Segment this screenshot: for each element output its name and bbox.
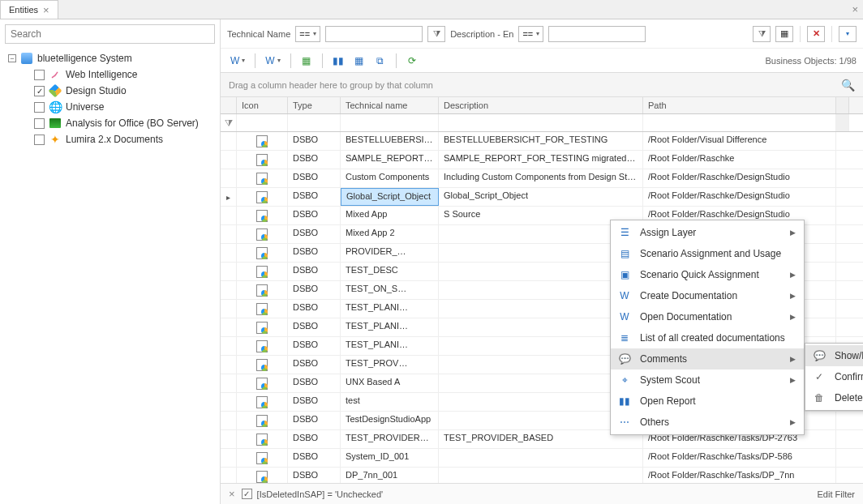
doc-icon — [256, 340, 268, 352]
cell-type: DSBO — [288, 468, 341, 483]
tree-item-label: Design Studio — [66, 85, 127, 96]
group-by-bar[interactable]: Drag a column header here to group by th… — [221, 73, 863, 97]
menu-item[interactable]: ☰ Assign Layer ▶ — [611, 222, 804, 243]
cell-desc: Global_Script_Object — [439, 188, 643, 206]
col-tech[interactable]: Technical name — [341, 97, 439, 113]
context-menu: ☰ Assign Layer ▶▤ Scenario Assignment an… — [610, 220, 805, 435]
status-checkbox[interactable]: ✓ — [242, 489, 252, 499]
cell-tech: PROVIDER_… — [341, 244, 439, 262]
checkbox[interactable] — [34, 118, 45, 129]
table-row[interactable]: DSBO DP_7nn_001 /Root Folder/Raschke/Tas… — [221, 468, 863, 483]
word-open-button[interactable]: W▾ — [262, 52, 283, 70]
cell-tech: Mixed App 2 — [341, 225, 439, 243]
menu-item[interactable]: ▮▮ Open Report — [611, 391, 804, 412]
cell-type: DSBO — [288, 151, 341, 169]
dots-icon: ⋯ — [617, 415, 632, 429]
col-expand[interactable] — [221, 97, 237, 113]
tab-entities[interactable]: Entities × — [0, 0, 58, 19]
cell-type: DSBO — [288, 449, 341, 467]
tree-item-label: Web Intelligence — [66, 69, 138, 80]
menu-item[interactable]: ▤ Scenario Assignment and Usage — [611, 243, 804, 264]
sidebar-item[interactable]: ✓ Design Studio — [5, 83, 215, 99]
tree-item-icon: 🌐 — [49, 100, 62, 113]
row-indicator-icon: ▸ — [226, 193, 230, 202]
menu-item[interactable]: ⋯ Others ▶ — [611, 412, 804, 433]
menu-item[interactable]: ⌖ System Scout ▶ — [611, 369, 804, 391]
layout-button[interactable]: ▦ — [775, 26, 793, 42]
edit-filter-link[interactable]: Edit Filter — [818, 489, 855, 499]
funnel-icon[interactable]: ⧩ — [427, 26, 445, 42]
menu-item[interactable]: W Create Documentation ▶ — [611, 285, 804, 306]
filter-icon[interactable]: ⧩ — [221, 114, 237, 131]
tree: − bluetelligence System ⟋ Web Intelligen… — [5, 50, 215, 147]
cell-type: DSBO — [288, 430, 341, 448]
toolbar: W▾ W▾ ▦ ▮▮ ▦ ⧉ ⟳ Business Objects: 1/98 — [221, 49, 863, 73]
checkbox[interactable] — [34, 135, 45, 145]
copy-button[interactable]: ⧉ — [371, 52, 389, 70]
sidebar-item[interactable]: ⟋ Web Intelligence — [5, 66, 215, 83]
col-type[interactable]: Type — [288, 97, 341, 113]
doc-icon — [256, 135, 268, 147]
word-export-button[interactable]: W▾ — [227, 52, 248, 70]
table-row[interactable]: DSBO System_ID_001 /Root Folder/Raschke/… — [221, 449, 863, 468]
clear-filter-button[interactable]: ✕ — [807, 26, 825, 42]
chevron-right-icon: ▶ — [774, 229, 796, 237]
table-row[interactable]: ▸ DSBO Global_Script_Object Global_Scrip… — [221, 188, 863, 207]
tree-item-icon: ✦ — [49, 133, 62, 146]
table-row[interactable]: DSBO BESTELLUEBERSICHT… BESTELLUEBERSICH… — [221, 132, 863, 151]
sidebar-item[interactable]: ✦ Lumira 2.x Documents — [5, 131, 215, 147]
close-icon[interactable]: × — [43, 4, 49, 16]
status-close-icon[interactable]: × — [229, 488, 235, 500]
cell-tech: TEST_PLANI… — [341, 300, 439, 318]
filter-tech-input[interactable] — [325, 26, 423, 42]
cell-tech: BESTELLUEBERSICHT… — [341, 132, 439, 150]
doc-icon — [256, 210, 268, 222]
menu-item[interactable]: W Open Documentation ▶ — [611, 306, 804, 327]
search-icon[interactable]: 🔍 — [841, 79, 855, 92]
table-row[interactable]: DSBO SAMPLE_REPORT_FO… SAMPLE_REPORT_FOR… — [221, 151, 863, 169]
filter-tech-op[interactable]: ==▾ — [295, 26, 320, 42]
submenu-item[interactable]: 💬 Show/Edit Comment — [805, 345, 863, 366]
more-button[interactable]: ▾ — [839, 26, 857, 42]
sidebar-item[interactable]: Analysis for Office (BO Server) — [5, 115, 215, 131]
filter-button[interactable]: ⧩ — [753, 26, 771, 42]
excel-button[interactable]: ▦ — [298, 52, 316, 70]
checkbox[interactable]: ✓ — [34, 86, 45, 96]
search-input[interactable] — [5, 24, 215, 44]
cell-tech: UNX Based A — [341, 374, 439, 392]
cell-type: DSBO — [288, 263, 341, 280]
list-icon: ≣ — [617, 331, 632, 345]
checkbox[interactable] — [34, 102, 45, 113]
refresh-button[interactable]: ⟳ — [403, 52, 421, 70]
submenu-item[interactable]: 🗑 Delete Comment — [805, 387, 863, 408]
filter-desc-input[interactable] — [548, 26, 646, 42]
cell-tech: TEST_DESC — [341, 263, 439, 280]
chart-button[interactable]: ▮▮ — [329, 52, 347, 70]
menu-item[interactable]: ▣ Scenario Quick Assignment ▶ — [611, 264, 804, 285]
col-path[interactable]: Path — [643, 97, 836, 113]
cell-tech: Custom Components — [341, 169, 439, 187]
cell-type: DSBO — [288, 300, 341, 318]
filter-desc-op[interactable]: ==▾ — [518, 26, 543, 42]
word-icon: W — [617, 288, 632, 303]
col-desc[interactable]: Description — [439, 97, 643, 113]
cell-type: DSBO — [288, 225, 341, 243]
panel-close-icon[interactable]: × — [852, 3, 858, 15]
col-icon[interactable]: Icon — [237, 97, 288, 113]
grid-button[interactable]: ▦ — [350, 52, 368, 70]
sidebar-item[interactable]: 🌐 Universe — [5, 99, 215, 115]
content-area: Technical Name ==▾ ⧩ Description - En ==… — [221, 19, 863, 504]
menu-item[interactable]: ≣ List of all created documentations — [611, 327, 804, 348]
menu-item[interactable]: 💬 Comments ▶ — [611, 348, 804, 369]
tree-root[interactable]: − bluetelligence System — [5, 50, 215, 66]
cell-desc: SAMPLE_REPORT_FOR_TESTING migrated to sa… — [439, 151, 643, 169]
collapse-icon[interactable]: − — [8, 54, 16, 62]
tree-item-label: Analysis for Office (BO Server) — [66, 117, 199, 129]
cell-path: /Root Folder/Raschke/DesignStudio — [643, 188, 836, 206]
tree-root-label: bluetelligence System — [37, 53, 132, 64]
table-row[interactable]: DSBO Custom Components Including Custom … — [221, 169, 863, 188]
checkbox[interactable] — [34, 70, 45, 80]
submenu-item[interactable]: ✓ Confirm Comment — [805, 366, 863, 387]
menu-item-label: Comments — [640, 353, 687, 365]
cell-type: DSBO — [288, 244, 341, 262]
